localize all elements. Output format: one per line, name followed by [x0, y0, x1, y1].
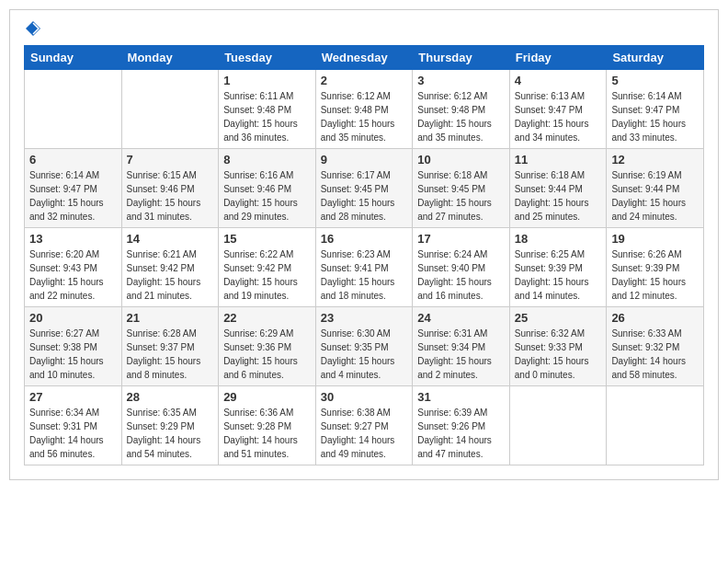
calendar-cell: 19Sunrise: 6:26 AMSunset: 9:39 PMDayligh…: [607, 228, 704, 307]
sunrise-text: Sunrise: 6:19 AM: [611, 168, 699, 182]
sunset-text: Sunset: 9:26 PM: [417, 419, 505, 433]
day-detail: Sunrise: 6:20 AMSunset: 9:43 PMDaylight:…: [29, 247, 117, 303]
sunrise-text: Sunrise: 6:17 AM: [321, 168, 408, 182]
sunrise-text: Sunrise: 6:25 AM: [515, 247, 602, 261]
sunrise-text: Sunrise: 6:14 AM: [611, 89, 699, 103]
sunset-text: Sunset: 9:47 PM: [29, 182, 117, 196]
week-row-4: 20Sunrise: 6:27 AMSunset: 9:38 PMDayligh…: [25, 307, 704, 386]
sunrise-text: Sunrise: 6:29 AM: [223, 327, 311, 340]
weekday-header-sunday: Sunday: [25, 46, 122, 70]
day-detail: Sunrise: 6:33 AMSunset: 9:32 PMDaylight:…: [611, 327, 699, 382]
day-detail: Sunrise: 6:14 AMSunset: 9:47 PMDaylight:…: [29, 168, 117, 224]
daylight-text: Daylight: 15 hours and 18 minutes.: [321, 275, 408, 303]
daylight-text: Daylight: 15 hours and 35 minutes.: [417, 117, 505, 144]
sunset-text: Sunset: 9:44 PM: [515, 182, 602, 196]
week-row-5: 27Sunrise: 6:34 AMSunset: 9:31 PMDayligh…: [25, 386, 704, 465]
sunrise-text: Sunrise: 6:13 AM: [515, 89, 602, 103]
sunrise-text: Sunrise: 6:16 AM: [223, 168, 311, 182]
calendar-cell: 16Sunrise: 6:23 AMSunset: 9:41 PMDayligh…: [315, 228, 413, 307]
day-number: 20: [29, 311, 117, 325]
daylight-text: Daylight: 14 hours and 58 minutes.: [611, 354, 699, 382]
calendar-cell: 23Sunrise: 6:30 AMSunset: 9:35 PMDayligh…: [315, 307, 413, 386]
calendar-cell: [25, 70, 122, 149]
sunrise-text: Sunrise: 6:27 AM: [29, 327, 117, 340]
calendar-cell: 6Sunrise: 6:14 AMSunset: 9:47 PMDaylight…: [25, 149, 122, 228]
day-number: 3: [417, 74, 505, 87]
daylight-text: Daylight: 14 hours and 47 minutes.: [417, 433, 505, 461]
sunrise-text: Sunrise: 6:22 AM: [223, 247, 311, 261]
day-detail: Sunrise: 6:32 AMSunset: 9:33 PMDaylight:…: [515, 327, 602, 382]
day-number: 21: [127, 311, 214, 325]
daylight-text: Daylight: 15 hours and 2 minutes.: [417, 354, 505, 382]
daylight-text: Daylight: 15 hours and 4 minutes.: [321, 354, 408, 382]
sunset-text: Sunset: 9:46 PM: [223, 182, 311, 196]
sunrise-text: Sunrise: 6:38 AM: [321, 406, 408, 419]
day-detail: Sunrise: 6:19 AMSunset: 9:44 PMDaylight:…: [611, 168, 699, 224]
daylight-text: Daylight: 15 hours and 10 minutes.: [29, 354, 117, 382]
calendar-cell: 20Sunrise: 6:27 AMSunset: 9:38 PMDayligh…: [25, 307, 122, 386]
sunset-text: Sunset: 9:43 PM: [29, 261, 117, 275]
weekday-header-wednesday: Wednesday: [315, 46, 413, 70]
day-detail: Sunrise: 6:12 AMSunset: 9:48 PMDaylight:…: [321, 89, 408, 144]
sunset-text: Sunset: 9:45 PM: [321, 182, 408, 196]
day-number: 2: [321, 74, 408, 87]
day-number: 23: [321, 311, 408, 325]
day-number: 6: [29, 153, 117, 167]
daylight-text: Daylight: 15 hours and 35 minutes.: [321, 117, 408, 144]
day-number: 18: [515, 232, 602, 246]
day-number: 9: [321, 153, 408, 167]
day-number: 27: [29, 390, 117, 404]
daylight-text: Daylight: 15 hours and 33 minutes.: [611, 117, 699, 144]
day-number: 11: [515, 153, 602, 167]
daylight-text: Daylight: 15 hours and 0 minutes.: [515, 354, 602, 382]
calendar-cell: 10Sunrise: 6:18 AMSunset: 9:45 PMDayligh…: [413, 149, 510, 228]
sunrise-text: Sunrise: 6:32 AM: [515, 327, 602, 340]
sunrise-text: Sunrise: 6:23 AM: [321, 247, 408, 261]
day-detail: Sunrise: 6:16 AMSunset: 9:46 PMDaylight:…: [223, 168, 311, 224]
day-detail: Sunrise: 6:18 AMSunset: 9:45 PMDaylight:…: [417, 168, 505, 224]
calendar-cell: 5Sunrise: 6:14 AMSunset: 9:47 PMDaylight…: [607, 70, 704, 149]
calendar-cell: 30Sunrise: 6:38 AMSunset: 9:27 PMDayligh…: [315, 386, 413, 465]
calendar-cell: 26Sunrise: 6:33 AMSunset: 9:32 PMDayligh…: [607, 307, 704, 386]
day-detail: Sunrise: 6:22 AMSunset: 9:42 PMDaylight:…: [223, 247, 311, 303]
daylight-text: Daylight: 15 hours and 31 minutes.: [127, 196, 214, 224]
sunset-text: Sunset: 9:45 PM: [417, 182, 505, 196]
daylight-text: Daylight: 15 hours and 34 minutes.: [515, 117, 602, 144]
day-detail: Sunrise: 6:11 AMSunset: 9:48 PMDaylight:…: [223, 89, 311, 144]
sunset-text: Sunset: 9:47 PM: [611, 103, 699, 117]
calendar-cell: 17Sunrise: 6:24 AMSunset: 9:40 PMDayligh…: [413, 228, 510, 307]
calendar-cell: 4Sunrise: 6:13 AMSunset: 9:47 PMDaylight…: [509, 70, 607, 149]
calendar-cell: 1Sunrise: 6:11 AMSunset: 9:48 PMDaylight…: [219, 70, 316, 149]
sunrise-text: Sunrise: 6:15 AM: [127, 168, 214, 182]
sunrise-text: Sunrise: 6:18 AM: [417, 168, 505, 182]
day-number: 15: [223, 232, 311, 246]
day-number: 14: [127, 232, 214, 246]
sunset-text: Sunset: 9:41 PM: [321, 261, 408, 275]
sunrise-text: Sunrise: 6:24 AM: [417, 247, 505, 261]
weekday-header-friday: Friday: [509, 46, 607, 70]
sunrise-text: Sunrise: 6:14 AM: [29, 168, 117, 182]
calendar-cell: 22Sunrise: 6:29 AMSunset: 9:36 PMDayligh…: [219, 307, 316, 386]
calendar-cell: 21Sunrise: 6:28 AMSunset: 9:37 PMDayligh…: [121, 307, 219, 386]
calendar-cell: 9Sunrise: 6:17 AMSunset: 9:45 PMDaylight…: [315, 149, 413, 228]
sunrise-text: Sunrise: 6:26 AM: [611, 247, 699, 261]
day-detail: Sunrise: 6:23 AMSunset: 9:41 PMDaylight:…: [321, 247, 408, 303]
sunrise-text: Sunrise: 6:33 AM: [611, 327, 699, 340]
sunrise-text: Sunrise: 6:31 AM: [417, 327, 505, 340]
sunrise-text: Sunrise: 6:28 AM: [127, 327, 214, 340]
day-number: 8: [223, 153, 311, 167]
weekday-header-tuesday: Tuesday: [219, 46, 316, 70]
sunrise-text: Sunrise: 6:18 AM: [515, 168, 602, 182]
daylight-text: Daylight: 15 hours and 29 minutes.: [223, 196, 311, 224]
daylight-text: Daylight: 14 hours and 54 minutes.: [127, 433, 214, 461]
calendar-cell: [607, 386, 704, 465]
day-detail: Sunrise: 6:39 AMSunset: 9:26 PMDaylight:…: [417, 406, 505, 461]
sunset-text: Sunset: 9:36 PM: [223, 340, 311, 354]
calendar-cell: 25Sunrise: 6:32 AMSunset: 9:33 PMDayligh…: [509, 307, 607, 386]
sunset-text: Sunset: 9:42 PM: [223, 261, 311, 275]
daylight-text: Daylight: 14 hours and 56 minutes.: [29, 433, 117, 461]
sunset-text: Sunset: 9:39 PM: [611, 261, 699, 275]
day-number: 1: [223, 74, 311, 87]
calendar-page: SundayMondayTuesdayWednesdayThursdayFrid…: [9, 9, 719, 480]
daylight-text: Daylight: 15 hours and 6 minutes.: [223, 354, 311, 382]
